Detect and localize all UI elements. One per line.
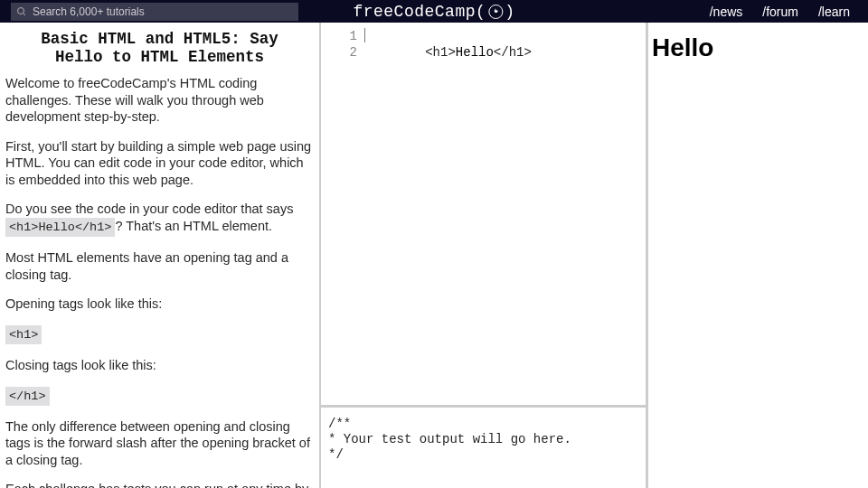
test-output-panel: /** * Your test output will go here. */ xyxy=(321,405,646,488)
lesson-paragraph: Welcome to freeCodeCamp's HTML coding ch… xyxy=(5,75,314,126)
code-snippet: </h1> xyxy=(5,387,50,406)
preview-heading: Hello xyxy=(652,33,868,62)
lesson-text: ? That's an HTML element. xyxy=(115,219,272,233)
code-token-text: Hello xyxy=(456,45,494,60)
nav-learn[interactable]: /learn xyxy=(818,5,850,19)
code-editor[interactable]: 1 2 <h1>Hello</h1> xyxy=(321,23,646,405)
main: Basic HTML and HTML5: Say Hello to HTML … xyxy=(0,23,868,488)
code-snippet: <h1> xyxy=(5,325,42,344)
line-number: 1 xyxy=(321,28,357,44)
lesson-paragraph: Each challenge has tests you can run at … xyxy=(5,481,314,488)
lesson-title: Basic HTML and HTML5: Say Hello to HTML … xyxy=(22,30,297,66)
search-wrap[interactable] xyxy=(11,3,298,21)
instructions-panel[interactable]: Basic HTML and HTML5: Say Hello to HTML … xyxy=(0,23,321,488)
lesson-paragraph: Opening tags look like this: xyxy=(5,296,314,313)
logo[interactable]: freeCodeCamp( ) xyxy=(353,3,514,21)
preview-panel: Hello xyxy=(648,23,868,488)
lesson-paragraph: Closing tags look like this: xyxy=(5,357,314,374)
lesson-paragraph: Do you see the code in your code editor … xyxy=(5,201,314,237)
lesson-paragraph: Most HTML elements have an opening tag a… xyxy=(5,249,314,283)
primary-nav: /news /forum /learn xyxy=(710,5,868,19)
line-gutter: 1 2 xyxy=(321,23,364,405)
code-token-tag: </h1> xyxy=(494,45,532,60)
editor-column: 1 2 <h1>Hello</h1> /** * Your test outpu… xyxy=(321,23,648,488)
lesson-text: Do you see the code in your code editor … xyxy=(5,202,293,216)
search-input[interactable] xyxy=(33,5,293,18)
fire-icon xyxy=(488,5,503,19)
lesson-paragraph: First, you'll start by building a simple… xyxy=(5,138,314,189)
code-area[interactable]: <h1>Hello</h1> xyxy=(364,23,532,405)
logo-text: freeCodeCamp( xyxy=(353,3,486,21)
nav-forum[interactable]: /forum xyxy=(762,5,798,19)
lesson-paragraph: </h1> xyxy=(5,387,314,406)
code-token-tag: <h1> xyxy=(425,45,456,60)
global-header: freeCodeCamp( ) /news /forum /learn xyxy=(0,0,868,23)
lesson-paragraph: <h1> xyxy=(5,325,314,344)
nav-news[interactable]: /news xyxy=(710,5,743,19)
search-icon xyxy=(16,6,27,17)
line-number: 2 xyxy=(321,44,357,61)
svg-line-1 xyxy=(24,13,26,15)
code-snippet: <h1>Hello</h1> xyxy=(5,218,115,237)
svg-point-0 xyxy=(18,7,24,14)
lesson-paragraph: The only difference between opening and … xyxy=(5,418,314,469)
text-cursor xyxy=(364,28,365,42)
logo-text: ) xyxy=(505,3,514,21)
